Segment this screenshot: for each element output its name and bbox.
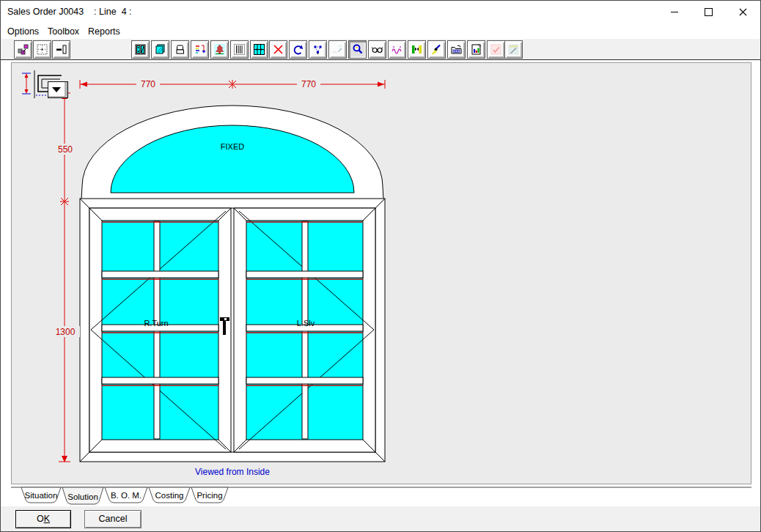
vertical-bars-button[interactable] bbox=[230, 40, 249, 59]
cascade-icon bbox=[17, 43, 29, 56]
right-sash bbox=[234, 208, 375, 452]
minimize-button[interactable] bbox=[657, 1, 691, 23]
export-table-button[interactable] bbox=[447, 40, 466, 59]
chevron-down-icon bbox=[52, 87, 61, 92]
drawing-panel: 770 770 550 1300 FIXED R.Turn L.Slv View… bbox=[11, 62, 751, 484]
undo-button[interactable] bbox=[289, 40, 307, 59]
right-sash-label: L.Slv bbox=[297, 319, 315, 328]
tab-strip: Situation Solution B. O. M. Costing Pric… bbox=[11, 484, 751, 506]
title-bar: Sales Order J0043 : Line 4 : bbox=[1, 1, 760, 23]
tab-bom-label[interactable]: B. O. M. bbox=[111, 491, 141, 500]
copy-cascade-button[interactable] bbox=[14, 40, 32, 59]
footer-bar: OK Cancel bbox=[1, 506, 760, 532]
spectacles-icon bbox=[371, 43, 383, 56]
undo-icon bbox=[292, 43, 304, 56]
ok-button[interactable]: OK bbox=[15, 510, 71, 528]
profile-dropdown-button[interactable] bbox=[48, 81, 68, 98]
drawing-canvas[interactable]: 770 770 550 1300 FIXED R.Turn L.Slv View… bbox=[12, 63, 751, 484]
texture-tree-icon bbox=[213, 43, 226, 56]
snap-button[interactable] bbox=[328, 40, 347, 59]
window-controls bbox=[657, 1, 760, 23]
dim-arch-height: 550 bbox=[58, 144, 73, 155]
snap-icon bbox=[331, 43, 344, 56]
tab-costing-label[interactable]: Costing bbox=[155, 491, 184, 500]
dim-sash-height: 1300 bbox=[56, 327, 76, 337]
hardware-button[interactable] bbox=[171, 40, 189, 59]
check-grid-icon bbox=[490, 43, 502, 56]
dim-top-left: 770 bbox=[141, 79, 155, 89]
sketch-button[interactable] bbox=[388, 40, 406, 59]
vertical-bars-icon bbox=[233, 43, 246, 56]
tab-pricing-label[interactable]: Pricing bbox=[196, 491, 222, 500]
swap-arrows-icon bbox=[411, 43, 423, 56]
menu-toolbox[interactable]: Toolbox bbox=[45, 25, 82, 38]
georgian-bars-icon bbox=[253, 43, 265, 56]
app-window: { "titlebar": { "title": "Sales Order J0… bbox=[0, 0, 761, 532]
glazing-button[interactable] bbox=[151, 40, 169, 59]
annotate-pencil-icon bbox=[507, 43, 520, 56]
view-caption: Viewed from Inside bbox=[195, 467, 270, 477]
grid-select-icon bbox=[36, 43, 48, 56]
end-panel-icon bbox=[55, 43, 67, 56]
minimize-icon bbox=[671, 12, 678, 12]
toolbar-divider bbox=[1, 59, 760, 60]
end-panel-button[interactable] bbox=[52, 40, 70, 59]
chart-document-icon bbox=[470, 43, 482, 56]
edit-nodes-button[interactable] bbox=[309, 40, 327, 59]
tab-situation-label[interactable]: Situation bbox=[25, 491, 58, 500]
window-title: Sales Order J0043 : Line 4 : bbox=[7, 7, 132, 17]
brush-icon bbox=[430, 43, 443, 56]
menu-bar: Options Toolbox Reports bbox=[1, 23, 760, 39]
close-icon bbox=[739, 8, 747, 16]
sash-window-button[interactable] bbox=[131, 40, 150, 59]
hardware-lock-icon bbox=[174, 43, 186, 56]
tabset: Situation Solution B. O. M. Costing Pric… bbox=[11, 484, 751, 506]
edit-nodes-icon bbox=[312, 43, 324, 56]
texture-button[interactable] bbox=[210, 40, 229, 59]
zoom-button[interactable] bbox=[348, 40, 367, 59]
view-button[interactable] bbox=[368, 40, 386, 59]
delete-button[interactable] bbox=[269, 40, 287, 59]
maximize-icon bbox=[705, 8, 713, 16]
folder-table-icon bbox=[450, 43, 463, 56]
brush-button[interactable] bbox=[427, 40, 446, 59]
grid-select-button[interactable] bbox=[33, 40, 51, 59]
report-chart-button[interactable] bbox=[467, 40, 485, 59]
left-sash-label: R.Turn bbox=[144, 319, 168, 328]
tab-solution-label[interactable]: Solution bbox=[67, 492, 98, 501]
annotate-button[interactable] bbox=[504, 40, 523, 59]
zoom-magnifier-icon bbox=[351, 43, 364, 56]
glazing-icon bbox=[154, 43, 166, 56]
georgian-bars-button[interactable] bbox=[250, 40, 268, 59]
cancel-button[interactable]: Cancel bbox=[84, 510, 141, 528]
left-sash bbox=[89, 208, 231, 452]
dim-top-right: 770 bbox=[301, 79, 316, 89]
toolbar bbox=[1, 39, 760, 59]
arch-label: FIXED bbox=[221, 142, 244, 151]
sketch-scribble-icon bbox=[391, 43, 403, 56]
delete-x-icon bbox=[272, 43, 284, 56]
options-list-button[interactable] bbox=[191, 40, 209, 59]
sash-window-icon bbox=[134, 43, 147, 56]
menu-reports[interactable]: Reports bbox=[85, 25, 123, 38]
check-grid-button[interactable] bbox=[487, 40, 505, 59]
options-list-icon bbox=[194, 43, 206, 56]
swap-openings-button[interactable] bbox=[408, 40, 426, 59]
maximize-button[interactable] bbox=[691, 1, 726, 23]
close-button[interactable] bbox=[726, 1, 760, 23]
menu-options[interactable]: Options bbox=[4, 25, 42, 38]
